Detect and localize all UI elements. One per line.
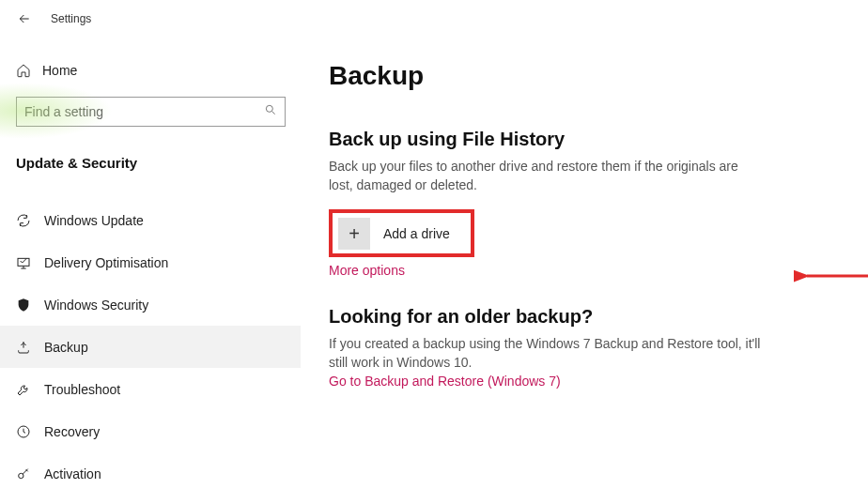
app-title: Settings [51, 12, 91, 25]
title-bar: Settings [0, 0, 868, 38]
section-heading-older-backup: Looking for an older backup? [329, 306, 840, 328]
plus-icon: + [338, 218, 370, 250]
search-icon [264, 103, 277, 120]
main-content: Backup Back up using File History Back u… [301, 38, 868, 504]
sidebar-item-label: Troubleshoot [44, 382, 120, 397]
sidebar-item-recovery[interactable]: Recovery [16, 410, 286, 452]
section-heading-file-history: Back up using File History [329, 129, 840, 150]
sidebar-item-label: Backup [44, 340, 88, 355]
backup-restore-link[interactable]: Go to Backup and Restore (Windows 7) [329, 374, 840, 389]
category-heading: Update & Security [16, 155, 286, 171]
sidebar-item-label: Activation [44, 466, 101, 481]
home-button[interactable]: Home [16, 52, 286, 89]
activation-icon [16, 466, 44, 481]
sidebar: Home Update & Security Windows Update De… [0, 38, 301, 504]
sidebar-item-label: Delivery Optimisation [44, 255, 168, 270]
add-drive-label: Add a drive [383, 226, 450, 241]
recovery-icon [16, 424, 44, 439]
home-label: Home [42, 63, 77, 78]
svg-point-3 [19, 473, 23, 478]
sidebar-item-activation[interactable]: Activation [16, 452, 286, 495]
delivery-icon [16, 255, 44, 270]
search-input[interactable] [24, 104, 250, 119]
search-box[interactable] [16, 97, 286, 127]
back-button[interactable] [8, 2, 41, 36]
section-text: Back up your files to another drive and … [329, 158, 761, 194]
backup-icon [16, 340, 44, 355]
sidebar-item-windows-security[interactable]: Windows Security [16, 283, 286, 326]
sidebar-item-delivery-optimisation[interactable]: Delivery Optimisation [16, 241, 286, 283]
section-text: If you created a backup using the Window… [329, 335, 761, 372]
nav-list: Windows Update Delivery Optimisation Win… [16, 199, 286, 495]
more-options-link[interactable]: More options [329, 263, 840, 278]
sidebar-item-label: Windows Security [44, 298, 148, 313]
sidebar-item-label: Recovery [44, 424, 100, 439]
sync-icon [16, 213, 44, 228]
sidebar-item-windows-update[interactable]: Windows Update [16, 199, 286, 241]
shield-icon [16, 298, 44, 313]
sidebar-item-backup[interactable]: Backup [0, 326, 301, 368]
sidebar-item-troubleshoot[interactable]: Troubleshoot [16, 368, 286, 410]
svg-point-0 [266, 105, 272, 112]
home-icon [16, 63, 42, 78]
page-title: Backup [329, 61, 840, 91]
sidebar-item-label: Windows Update [44, 213, 144, 228]
add-drive-button[interactable]: + Add a drive [329, 209, 474, 257]
troubleshoot-icon [16, 382, 44, 397]
